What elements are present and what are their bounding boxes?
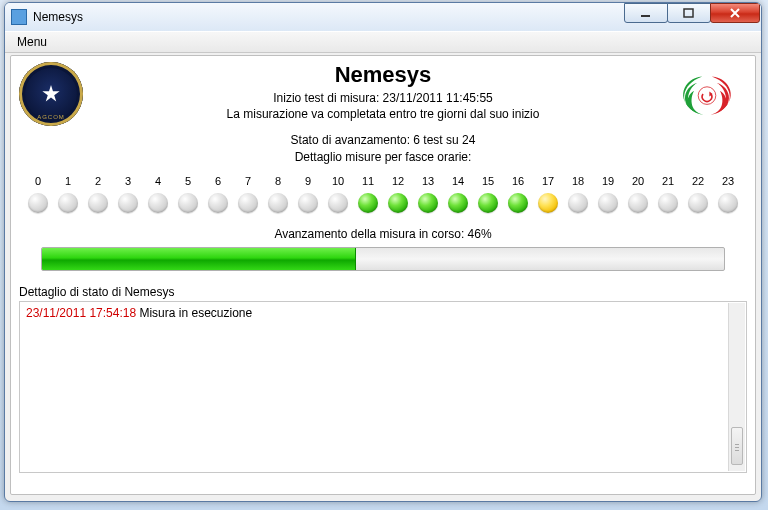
scroll-thumb[interactable] xyxy=(731,427,743,465)
app-window: Nemesys Menu AGCOM xyxy=(4,2,762,502)
hour-dot xyxy=(718,193,738,213)
log-line: 23/11/2011 17:54:18 Misura in esecuzione xyxy=(26,306,726,320)
hour-label: 14 xyxy=(445,175,471,187)
hour-dot xyxy=(388,193,408,213)
hours-labels-row: 01234567891011121314151617181920212223 xyxy=(19,175,747,187)
hour-dot xyxy=(418,193,438,213)
maximize-icon xyxy=(683,8,695,18)
hour-label: 23 xyxy=(715,175,741,187)
window-title: Nemesys xyxy=(33,10,625,24)
progress-state: Stato di avanzamento: 6 test su 24 xyxy=(19,132,747,148)
menubar: Menu xyxy=(5,31,761,53)
close-button[interactable] xyxy=(710,3,760,23)
log-box: 23/11/2011 17:54:18 Misura in esecuzione xyxy=(19,301,747,473)
scrollbar[interactable] xyxy=(728,303,745,471)
hour-dot xyxy=(58,193,78,213)
hour-dot xyxy=(118,193,138,213)
hour-dot xyxy=(178,193,198,213)
hour-dot xyxy=(598,193,618,213)
hours-area: 01234567891011121314151617181920212223 xyxy=(19,175,747,213)
hour-dot xyxy=(208,193,228,213)
hour-dot xyxy=(238,193,258,213)
progress-label: Avanzamento della misura in corso: 46% xyxy=(19,227,747,241)
hour-label: 16 xyxy=(505,175,531,187)
agcom-text: AGCOM xyxy=(37,114,65,120)
hour-label: 5 xyxy=(175,175,201,187)
app-icon xyxy=(11,9,27,25)
log-content: 23/11/2011 17:54:18 Misura in esecuzione xyxy=(26,306,726,320)
hour-label: 19 xyxy=(595,175,621,187)
hour-label: 7 xyxy=(235,175,261,187)
header-zone: AGCOM Nemesys xyxy=(19,62,747,165)
hour-dot xyxy=(568,193,588,213)
hours-dots-row xyxy=(19,193,747,213)
app-title: Nemesys xyxy=(19,62,747,88)
hours-heading: Dettaglio misure per fasce orarie: xyxy=(19,149,747,165)
hour-dot xyxy=(298,193,318,213)
hour-dot xyxy=(688,193,708,213)
hour-dot xyxy=(88,193,108,213)
hour-label: 20 xyxy=(625,175,651,187)
hour-label: 12 xyxy=(385,175,411,187)
minimize-button[interactable] xyxy=(624,3,668,23)
svg-rect-0 xyxy=(641,15,650,17)
hour-label: 10 xyxy=(325,175,351,187)
log-timestamp: 23/11/2011 17:54:18 xyxy=(26,306,139,320)
hour-label: 13 xyxy=(415,175,441,187)
hour-dot xyxy=(508,193,528,213)
menu-item-menu[interactable]: Menu xyxy=(9,33,55,51)
progress-fill xyxy=(42,248,356,270)
hour-label: 22 xyxy=(685,175,711,187)
hour-label: 3 xyxy=(115,175,141,187)
hour-dot xyxy=(538,193,558,213)
hour-dot xyxy=(268,193,288,213)
hour-label: 9 xyxy=(295,175,321,187)
agcom-logo: AGCOM xyxy=(19,62,83,126)
close-icon xyxy=(729,8,741,18)
hour-dot xyxy=(328,193,348,213)
hour-label: 15 xyxy=(475,175,501,187)
hour-label: 21 xyxy=(655,175,681,187)
hour-dot xyxy=(358,193,378,213)
hour-dot xyxy=(628,193,648,213)
hour-label: 17 xyxy=(535,175,561,187)
hour-label: 6 xyxy=(205,175,231,187)
deadline-note: La misurazione va completata entro tre g… xyxy=(19,106,747,122)
maximize-button[interactable] xyxy=(667,3,711,23)
titlebar[interactable]: Nemesys xyxy=(5,3,761,31)
svg-rect-1 xyxy=(684,9,693,17)
hour-label: 0 xyxy=(25,175,51,187)
hour-label: 8 xyxy=(265,175,291,187)
nemesys-logo xyxy=(667,62,747,126)
log-message: Misura in esecuzione xyxy=(139,306,252,320)
hour-dot xyxy=(448,193,468,213)
start-time-label: Inizio test di misura: 23/11/2011 11:45:… xyxy=(19,90,747,106)
hour-dot xyxy=(478,193,498,213)
hour-label: 18 xyxy=(565,175,591,187)
hour-dot xyxy=(658,193,678,213)
hour-label: 2 xyxy=(85,175,111,187)
hour-label: 1 xyxy=(55,175,81,187)
hour-dot xyxy=(148,193,168,213)
minimize-icon xyxy=(640,8,652,18)
hour-dot xyxy=(28,193,48,213)
hour-label: 11 xyxy=(355,175,381,187)
hour-label: 4 xyxy=(145,175,171,187)
progress-bar xyxy=(41,247,725,271)
content-pane: AGCOM Nemesys xyxy=(10,55,756,495)
star-icon xyxy=(42,85,60,103)
status-heading: Dettaglio di stato di Nemesys xyxy=(19,285,747,299)
window-buttons xyxy=(625,7,760,27)
